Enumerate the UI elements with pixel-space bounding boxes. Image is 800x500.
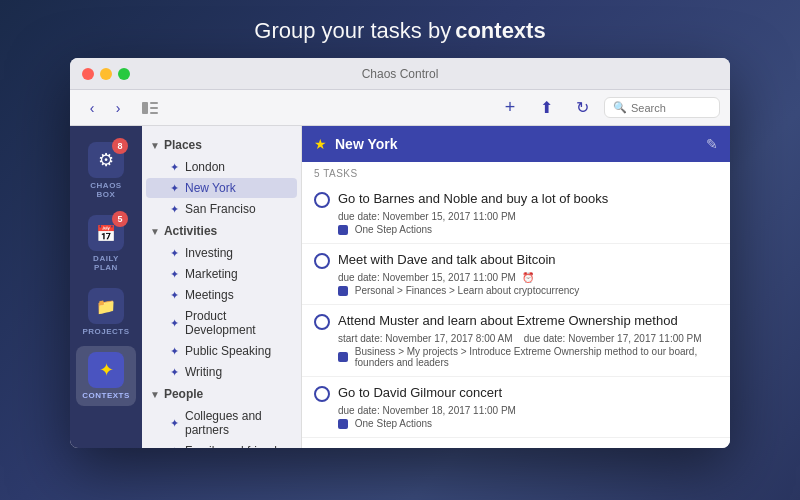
tree-item-marketing[interactable]: ✦ Marketing [146, 264, 297, 284]
task-breadcrumb-text-1: One Step Actions [355, 224, 432, 235]
task-date-4: due date: November 18, 2017 11:00 PM [338, 405, 718, 416]
task-breadcrumb-2: Personal > Finances > Learn about crypto… [338, 285, 718, 296]
daily-plan-icon: 📅 [96, 224, 116, 243]
headline-highlight: contexts [455, 18, 545, 44]
task-row-3: Attend Muster and learn about Extreme Ow… [314, 313, 718, 330]
task-title-3: Attend Muster and learn about Extreme Ow… [338, 313, 678, 330]
traffic-light-red[interactable] [82, 68, 94, 80]
marketing-icon: ✦ [170, 268, 179, 281]
places-label: Places [164, 138, 202, 152]
tree-sidebar: ▼ Places ✦ London ✦ New York ✦ San Franc… [142, 126, 302, 448]
add-button[interactable]: + [496, 94, 524, 122]
sidebar-item-chaos-box[interactable]: ⚙ 8 CHAOS BOX [76, 136, 136, 205]
writing-label: Writing [185, 365, 222, 379]
people-chevron: ▼ [150, 389, 160, 400]
task-date-1: due date: November 15, 2017 11:00 PM [338, 211, 718, 222]
task-checkbox-3[interactable] [314, 314, 330, 330]
colleagues-label: Collegues and partners [185, 409, 289, 437]
task-item-1[interactable]: Go to Barnes and Noble and buy a lot of … [302, 183, 730, 244]
main-header-edit-icon[interactable]: ✎ [706, 136, 718, 152]
task-due-date-2: November 15, 2017 11:00 PM [383, 272, 516, 283]
tree-item-new-york[interactable]: ✦ New York [146, 178, 297, 198]
task-breadcrumb-text-3: Business > My projects > Introduce Extre… [355, 346, 718, 368]
writing-icon: ✦ [170, 366, 179, 379]
search-input[interactable] [631, 102, 711, 114]
traffic-light-yellow[interactable] [100, 68, 112, 80]
task-due-date-4: November 18, 2017 11:00 PM [383, 405, 516, 416]
toolbar-nav: ‹ › [80, 96, 130, 120]
sidebar-item-contexts[interactable]: ✦ CONTEXTS [76, 346, 136, 406]
task-row-2: Meet with Dave and talk about Bitcoin [314, 252, 718, 269]
meetings-icon: ✦ [170, 289, 179, 302]
traffic-light-green[interactable] [118, 68, 130, 80]
task-title-4: Go to David Gilmour concert [338, 385, 502, 402]
tasks-count: 5 TASKS [302, 162, 730, 183]
forward-button[interactable]: › [106, 96, 130, 120]
task-due-label-4: due date: [338, 405, 380, 416]
contexts-icon: ✦ [99, 359, 114, 381]
tree-group-activities[interactable]: ▼ Activities [142, 220, 301, 242]
daily-plan-icon-box: 📅 5 [88, 215, 124, 251]
task-due-label-3: due date: [524, 333, 566, 344]
task-meta-3: start date: November 17, 2017 8:00 AM du… [314, 333, 718, 368]
product-dev-icon: ✦ [170, 317, 179, 330]
tree-item-san-francisco[interactable]: ✦ San Franciso [146, 199, 297, 219]
colleagues-icon: ✦ [170, 417, 179, 430]
chaos-box-icon: ⚙ [98, 149, 114, 171]
investing-label: Investing [185, 246, 233, 260]
tree-item-london[interactable]: ✦ London [146, 157, 297, 177]
refresh-button[interactable]: ↻ [568, 94, 596, 122]
tree-item-colleagues[interactable]: ✦ Collegues and partners [146, 406, 297, 440]
task-alarm-2: ⏰ [522, 272, 534, 283]
tree-group-people[interactable]: ▼ People [142, 383, 301, 405]
task-item-4[interactable]: Go to David Gilmour concert due date: No… [302, 377, 730, 438]
marketing-label: Marketing [185, 267, 238, 281]
share-button[interactable]: ⬆ [532, 94, 560, 122]
sidebar-item-daily-plan[interactable]: 📅 5 DAILY PLAN [76, 209, 136, 278]
task-date-3: start date: November 17, 2017 8:00 AM du… [338, 333, 718, 344]
product-dev-label: Product Development [185, 309, 289, 337]
search-box: 🔍 [604, 97, 720, 118]
task-breadcrumb-1: One Step Actions [338, 224, 718, 235]
task-title-2: Meet with Dave and talk about Bitcoin [338, 252, 556, 269]
task-list: Go to Barnes and Noble and buy a lot of … [302, 183, 730, 448]
headline: Group your tasks by contexts [254, 18, 545, 44]
projects-icon-box: 📁 [88, 288, 124, 324]
sidebar-toggle-button[interactable] [138, 96, 162, 120]
task-meta-4: due date: November 18, 2017 11:00 PM One… [314, 405, 718, 429]
public-speaking-label: Public Speaking [185, 344, 271, 358]
task-checkbox-2[interactable] [314, 253, 330, 269]
contexts-label: CONTEXTS [82, 391, 130, 400]
investing-icon: ✦ [170, 247, 179, 260]
tree-item-writing[interactable]: ✦ Writing [146, 362, 297, 382]
tree-item-family[interactable]: ✦ Family and friends [146, 441, 297, 448]
san-francisco-label: San Franciso [185, 202, 256, 216]
task-meta-1: due date: November 15, 2017 11:00 PM One… [314, 211, 718, 235]
content-area: ⚙ 8 CHAOS BOX 📅 5 DAILY PLAN 📁 PROJECTS [70, 126, 730, 448]
task-checkbox-4[interactable] [314, 386, 330, 402]
tree-item-product-development[interactable]: ✦ Product Development [146, 306, 297, 340]
back-button[interactable]: ‹ [80, 96, 104, 120]
daily-plan-label: DAILY PLAN [80, 254, 132, 272]
task-due-date-3: November 17, 2017 11:00 PM [568, 333, 701, 344]
tree-group-places[interactable]: ▼ Places [142, 134, 301, 156]
task-breadcrumb-box-1 [338, 225, 348, 235]
task-item-3[interactable]: Attend Muster and learn about Extreme Ow… [302, 305, 730, 377]
task-item-2[interactable]: Meet with Dave and talk about Bitcoin du… [302, 244, 730, 305]
window-title: Chaos Control [362, 67, 439, 81]
title-bar: Chaos Control [70, 58, 730, 90]
contexts-icon-box: ✦ [88, 352, 124, 388]
task-checkbox-1[interactable] [314, 192, 330, 208]
chaos-box-label: CHAOS BOX [80, 181, 132, 199]
sidebar-item-projects[interactable]: 📁 PROJECTS [76, 282, 136, 342]
task-start-date-3: November 17, 2017 8:00 AM [385, 333, 512, 344]
activities-chevron: ▼ [150, 226, 160, 237]
task-breadcrumb-text-2: Personal > Finances > Learn about crypto… [355, 285, 580, 296]
tree-item-public-speaking[interactable]: ✦ Public Speaking [146, 341, 297, 361]
svg-rect-1 [150, 102, 158, 104]
tree-item-meetings[interactable]: ✦ Meetings [146, 285, 297, 305]
tree-item-investing[interactable]: ✦ Investing [146, 243, 297, 263]
task-breadcrumb-4: One Step Actions [338, 418, 718, 429]
task-row-4: Go to David Gilmour concert [314, 385, 718, 402]
task-breadcrumb-3: Business > My projects > Introduce Extre… [338, 346, 718, 368]
